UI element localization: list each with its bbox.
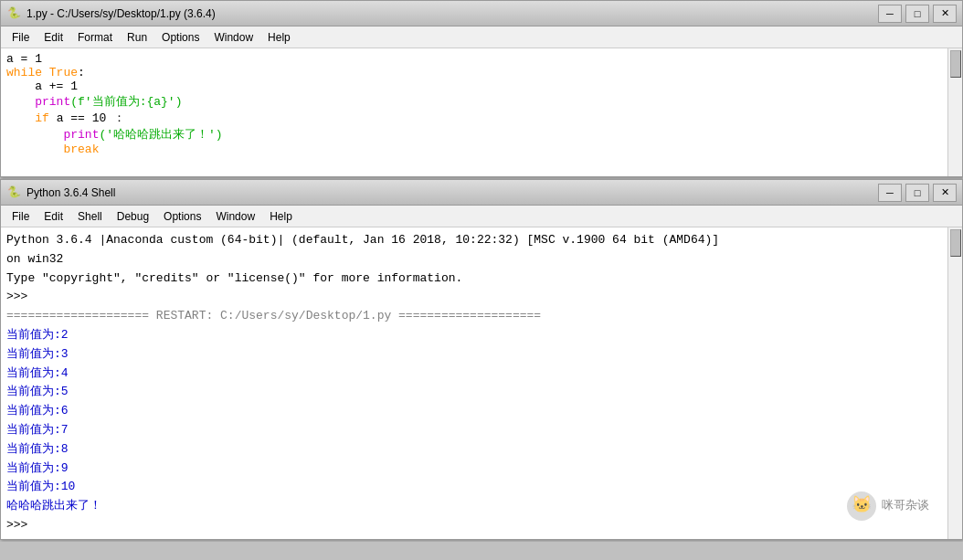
shell-output-7: 当前值为:7 [6, 421, 942, 440]
code-token: print [35, 95, 70, 109]
shell-menu-file[interactable]: File [5, 208, 37, 225]
editor-code-wrapper: a = 1 while True: a += 1 print(f'当前值为:{a… [1, 48, 962, 176]
shell-output-10: 当前值为:10 [6, 478, 942, 497]
shell-header-line3: Type "copyright", "credits" or "license(… [6, 269, 942, 289]
shell-output-text: 当前值为:8 [6, 442, 69, 456]
shell-window-icon: 🐍 [6, 185, 21, 200]
shell-output-text: 当前值为:10 [6, 480, 75, 493]
shell-output-text: 当前值为:3 [6, 347, 69, 361]
shell-window-controls: ─ □ ✕ [878, 184, 957, 202]
shell-menu-help[interactable]: Help [262, 208, 300, 225]
shell-output-text: 当前值为:5 [6, 385, 69, 398]
editor-code-area[interactable]: a = 1 while True: a += 1 print(f'当前值为:{a… [1, 48, 947, 176]
editor-window: 🐍 1.py - C:/Users/sy/Desktop/1.py (3.6.4… [0, 0, 963, 177]
shell-output-6: 当前值为:6 [6, 402, 942, 421]
shell-menu-options[interactable]: Options [156, 208, 208, 225]
editor-menu-bar: File Edit Format Run Options Window Help [1, 26, 962, 48]
code-line-6: print('哈哈哈跳出来了！') [6, 126, 942, 143]
code-token: a == 10 ： [49, 111, 125, 125]
shell-output-text: 当前值为:7 [6, 423, 69, 437]
editor-title-bar: 🐍 1.py - C:/Users/sy/Desktop/1.py (3.6.4… [1, 1, 962, 26]
editor-menu-file[interactable]: File [5, 29, 37, 46]
watermark-icon: 🐱 [847, 491, 876, 521]
shell-output-8: 当前值为:8 [6, 440, 942, 460]
code-line-5: if a == 10 ： [6, 110, 942, 126]
shell-header-text: Python 3.6.4 |Anaconda custom (64-bit)| … [6, 233, 719, 247]
shell-title-bar: 🐍 Python 3.6.4 Shell ─ □ ✕ [1, 180, 962, 206]
shell-prompt-text: >>> [6, 290, 35, 303]
shell-prompt-final: >>> [6, 516, 942, 535]
code-token [6, 111, 35, 125]
shell-menu-edit[interactable]: Edit [37, 208, 70, 225]
editor-maximize-button[interactable]: □ [905, 5, 929, 23]
editor-window-title: 1.py - C:/Users/sy/Desktop/1.py (3.6.4) [26, 7, 878, 20]
code-token: while True [6, 66, 78, 79]
code-token: print [63, 128, 99, 142]
shell-output-break: 哈哈哈跳出来了！ [6, 497, 942, 516]
editor-window-icon: 🐍 [6, 6, 21, 21]
code-token: (f'当前值为:{a}') [70, 95, 182, 109]
shell-output-5: 当前值为:5 [6, 383, 942, 402]
code-line-3: a += 1 [6, 79, 942, 93]
code-token: a = 1 [6, 52, 42, 66]
shell-output-9: 当前值为:9 [6, 460, 942, 479]
editor-minimize-button[interactable]: ─ [878, 5, 902, 23]
code-token: : [78, 66, 85, 79]
shell-menu-window[interactable]: Window [208, 208, 262, 225]
editor-close-button[interactable]: ✕ [933, 5, 957, 23]
shell-restart-text: ==================== RESTART: C:/Users/s… [6, 309, 541, 322]
shell-output-text: 当前值为:4 [6, 366, 69, 380]
shell-menu-bar: File Edit Shell Debug Options Window Hel… [1, 206, 962, 227]
shell-output-text: 当前值为:2 [6, 328, 69, 342]
code-token: ('哈哈哈跳出来了！') [99, 128, 222, 142]
code-line-7: break [6, 143, 942, 156]
shell-prompt-text2: >>> [6, 518, 35, 532]
shell-header-text2: on win32 [6, 252, 63, 266]
editor-menu-help[interactable]: Help [260, 29, 298, 46]
shell-window-title: Python 3.6.4 Shell [26, 186, 878, 199]
code-line-4: print(f'当前值为:{a}') [6, 93, 942, 110]
editor-scrollbar[interactable] [947, 48, 962, 176]
code-line-2: while True: [6, 66, 942, 79]
shell-header-line1: Python 3.6.4 |Anaconda custom (64-bit)| … [6, 231, 942, 250]
shell-output-text: 当前值为:9 [6, 461, 69, 475]
code-token: if [35, 111, 49, 125]
editor-menu-window[interactable]: Window [206, 29, 260, 46]
shell-restart-line: ==================== RESTART: C:/Users/s… [6, 307, 942, 326]
editor-menu-run[interactable]: Run [120, 29, 154, 46]
code-token [6, 143, 63, 156]
code-token [6, 95, 35, 109]
shell-header-line2: on win32 [6, 250, 942, 269]
shell-maximize-button[interactable]: □ [905, 184, 929, 202]
editor-menu-options[interactable]: Options [154, 29, 206, 46]
shell-scroll-thumb[interactable] [950, 229, 961, 257]
shell-output-text: 哈哈哈跳出来了！ [6, 499, 101, 512]
shell-menu-shell[interactable]: Shell [70, 208, 110, 225]
shell-output-2: 当前值为:2 [6, 326, 942, 345]
shell-header-text3: Type "copyright", "credits" or "license(… [6, 271, 462, 285]
shell-window: 🐍 Python 3.6.4 Shell ─ □ ✕ File Edit She… [0, 179, 963, 540]
shell-output-4: 当前值为:4 [6, 365, 942, 384]
shell-output-3: 当前值为:3 [6, 345, 942, 365]
code-token [6, 128, 63, 142]
code-token: a += 1 [6, 79, 78, 93]
code-line-1: a = 1 [6, 52, 942, 66]
code-token: break [63, 143, 99, 156]
shell-scrollbar[interactable] [947, 227, 962, 539]
editor-menu-edit[interactable]: Edit [37, 29, 70, 46]
watermark: 🐱 咪哥杂谈 [847, 491, 929, 521]
shell-output-wrapper: Python 3.6.4 |Anaconda custom (64-bit)| … [1, 227, 962, 539]
editor-window-controls: ─ □ ✕ [878, 5, 957, 23]
watermark-label: 咪哥杂谈 [882, 496, 929, 515]
shell-output-area[interactable]: Python 3.6.4 |Anaconda custom (64-bit)| … [1, 227, 947, 539]
editor-menu-format[interactable]: Format [70, 29, 120, 46]
shell-minimize-button[interactable]: ─ [878, 184, 902, 202]
shell-prompt-1: >>> [6, 288, 942, 307]
shell-menu-debug[interactable]: Debug [110, 208, 156, 225]
shell-output-text: 当前值为:6 [6, 404, 69, 417]
shell-close-button[interactable]: ✕ [933, 184, 957, 202]
editor-scroll-thumb[interactable] [950, 50, 961, 78]
